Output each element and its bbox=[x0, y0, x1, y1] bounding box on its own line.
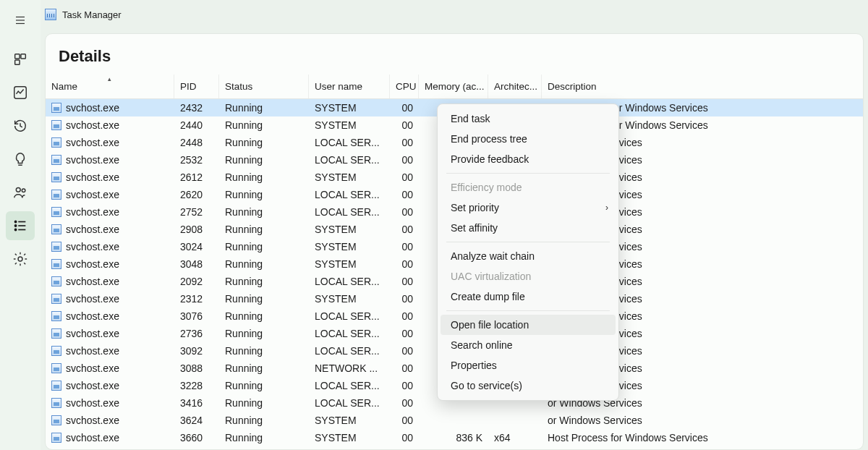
cell-status: Running bbox=[219, 276, 309, 287]
process-icon bbox=[51, 328, 61, 339]
cell-pid: 2612 bbox=[174, 171, 219, 183]
cell-status: Running bbox=[219, 362, 309, 374]
table-row[interactable]: svchost.exe3624RunningSYSTEM00or Windows… bbox=[46, 412, 863, 429]
process-icon bbox=[51, 276, 61, 286]
cell-name: svchost.exe bbox=[66, 119, 119, 131]
app-history-tab-icon[interactable] bbox=[6, 111, 35, 140]
cell-status: Running bbox=[219, 241, 309, 252]
services-tab-icon[interactable] bbox=[6, 245, 35, 273]
ctx-create-dump-file[interactable]: Create dump file bbox=[441, 286, 616, 307]
cell-user: NETWORK ... bbox=[309, 362, 390, 374]
cell-status: Running bbox=[219, 258, 309, 270]
title-bar: Task Manager bbox=[41, 0, 868, 29]
ctx-set-affinity[interactable]: Set affinity bbox=[441, 218, 616, 238]
column-status[interactable]: Status bbox=[219, 75, 309, 98]
cell-user: SYSTEM bbox=[309, 171, 390, 183]
svg-rect-3 bbox=[15, 54, 20, 59]
cell-cpu: 00 bbox=[390, 415, 419, 426]
ctx-provide-feedback[interactable]: Provide feedback bbox=[441, 149, 616, 169]
cell-pid: 2908 bbox=[174, 224, 219, 235]
table-row[interactable]: svchost.exe3660RunningSYSTEM00836 Kx64Ho… bbox=[46, 429, 863, 446]
cell-pid: 2092 bbox=[174, 276, 219, 287]
ctx-set-priority[interactable]: Set priority› bbox=[441, 198, 616, 218]
sidebar bbox=[0, 0, 41, 450]
cell-user: LOCAL SER... bbox=[309, 328, 390, 339]
process-icon bbox=[51, 172, 61, 182]
process-icon bbox=[51, 242, 61, 252]
cell-status: Running bbox=[219, 206, 309, 218]
ctx-open-file-location[interactable]: Open file location bbox=[441, 315, 616, 335]
cell-cpu: 00 bbox=[390, 241, 419, 252]
cell-cpu: 00 bbox=[390, 206, 419, 218]
cell-user: LOCAL SER... bbox=[309, 380, 390, 391]
hamburger-menu-button[interactable] bbox=[10, 10, 30, 30]
app-title: Task Manager bbox=[62, 9, 122, 20]
cell-name: svchost.exe bbox=[66, 328, 119, 339]
ctx-properties[interactable]: Properties bbox=[441, 355, 616, 375]
cell-status: Running bbox=[219, 345, 309, 357]
cell-name: svchost.exe bbox=[66, 189, 119, 200]
cell-user: LOCAL SER... bbox=[309, 189, 390, 200]
column-memory[interactable]: Memory (ac... bbox=[419, 75, 488, 98]
cell-status: Running bbox=[219, 137, 309, 148]
svg-rect-4 bbox=[21, 54, 25, 59]
divider bbox=[446, 173, 610, 174]
process-icon bbox=[51, 346, 61, 356]
cell-name: svchost.exe bbox=[66, 171, 119, 183]
svg-point-9 bbox=[14, 221, 16, 222]
ctx-analyze-wait-chain[interactable]: Analyze wait chain bbox=[441, 246, 616, 266]
cell-user: SYSTEM bbox=[309, 102, 390, 114]
cell-status: Running bbox=[219, 293, 309, 305]
details-tab-icon[interactable] bbox=[6, 211, 35, 240]
cell-user: SYSTEM bbox=[309, 432, 390, 443]
cell-cpu: 00 bbox=[390, 293, 419, 305]
column-cpu[interactable]: CPU bbox=[390, 75, 419, 98]
cell-arch: x64 bbox=[488, 432, 542, 443]
cell-name: svchost.exe bbox=[66, 224, 119, 235]
column-user-name[interactable]: User name bbox=[309, 75, 390, 98]
cell-status: Running bbox=[219, 171, 309, 183]
cell-user: LOCAL SER... bbox=[309, 276, 390, 287]
cell-pid: 2432 bbox=[174, 102, 219, 114]
ctx-search-online[interactable]: Search online bbox=[441, 335, 616, 355]
startup-apps-tab-icon[interactable] bbox=[6, 145, 35, 174]
process-icon bbox=[51, 415, 61, 425]
process-icon bbox=[51, 259, 61, 269]
process-icon bbox=[51, 311, 61, 321]
ctx-uac-virtualization: UAC virtualization bbox=[441, 266, 616, 286]
cell-user: LOCAL SER... bbox=[309, 345, 390, 357]
ctx-go-to-services[interactable]: Go to service(s) bbox=[441, 375, 616, 396]
performance-tab-icon[interactable] bbox=[6, 78, 35, 107]
page-title: Details bbox=[46, 34, 863, 75]
cell-cpu: 00 bbox=[390, 137, 419, 148]
svg-point-15 bbox=[18, 257, 22, 261]
cell-user: LOCAL SER... bbox=[309, 397, 390, 409]
column-architecture[interactable]: Architec... bbox=[488, 75, 542, 98]
cell-cpu: 00 bbox=[390, 432, 419, 443]
cell-cpu: 00 bbox=[390, 362, 419, 374]
column-description[interactable]: Description bbox=[542, 75, 863, 98]
processes-tab-icon[interactable] bbox=[6, 45, 35, 74]
process-icon bbox=[51, 207, 61, 217]
process-icon bbox=[51, 120, 61, 130]
sort-ascending-icon: ▴ bbox=[108, 75, 111, 82]
cell-user: SYSTEM bbox=[309, 224, 390, 235]
process-icon bbox=[51, 363, 61, 373]
cell-name: svchost.exe bbox=[66, 362, 119, 374]
column-name[interactable]: Name▴ bbox=[46, 75, 174, 98]
cell-pid: 2448 bbox=[174, 137, 219, 148]
cell-status: Running bbox=[219, 189, 309, 200]
process-icon bbox=[51, 137, 61, 148]
cell-status: Running bbox=[219, 397, 309, 409]
ctx-end-task[interactable]: End task bbox=[441, 109, 616, 129]
cell-user: LOCAL SER... bbox=[309, 137, 390, 148]
column-pid[interactable]: PID bbox=[174, 75, 219, 98]
ctx-end-process-tree[interactable]: End process tree bbox=[441, 129, 616, 149]
cell-name: svchost.exe bbox=[66, 310, 119, 322]
cell-name: svchost.exe bbox=[66, 258, 119, 270]
cell-status: Running bbox=[219, 310, 309, 322]
cell-pid: 2312 bbox=[174, 293, 219, 305]
users-tab-icon[interactable] bbox=[6, 178, 35, 207]
cell-cpu: 00 bbox=[390, 380, 419, 391]
cell-name: svchost.exe bbox=[66, 241, 119, 252]
